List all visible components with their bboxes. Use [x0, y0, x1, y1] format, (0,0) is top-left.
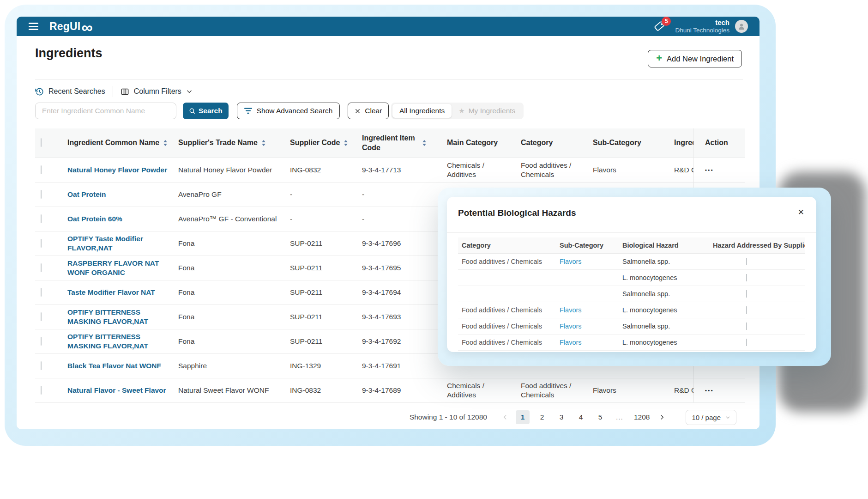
main-category-cell: Chemicals / Additives — [443, 161, 517, 179]
hazard-name-link[interactable]: Salmonella spp. — [622, 290, 670, 298]
row-checkbox[interactable] — [41, 165, 42, 174]
row-checkbox[interactable] — [41, 386, 42, 395]
hamburger-menu-icon[interactable] — [29, 23, 38, 30]
add-button-label: Add New Ingredient — [667, 55, 734, 63]
clear-button-label: Clear — [365, 107, 382, 115]
pagination-page-5[interactable]: 5 — [593, 410, 607, 424]
user-name: tech — [675, 18, 729, 26]
hazards-header-hazard: Biological Hazard — [619, 242, 709, 249]
history-icon — [35, 87, 44, 96]
header-truncated-column: Ingred — [670, 138, 693, 148]
hazard-sub-category-link[interactable]: Flavors — [556, 339, 619, 346]
pagination-page-4[interactable]: 4 — [574, 410, 588, 424]
row-checkbox[interactable] — [41, 190, 42, 199]
pagination-ellipsis[interactable]: ... — [613, 410, 627, 424]
supplier-code-cell: - — [286, 190, 358, 199]
ingredient-name-link[interactable]: RASPBERRY FLAVOR NAT WONF ORGANIC — [64, 259, 175, 277]
column-filters-label: Column Filters — [134, 87, 181, 96]
supplier-code-cell: SUP-0211 — [286, 239, 358, 248]
chevron-down-icon — [725, 415, 730, 420]
ingredient-name-link[interactable]: OPTIFY BITTERNESS MASKING FLAVOR,NAT — [64, 308, 175, 326]
trade-name-cell: Sapphire — [175, 361, 286, 371]
search-row: Search Show Advanced Search Clear — [35, 103, 389, 119]
sort-carets-icon — [163, 140, 167, 146]
hazard-sub-category-link[interactable]: Flavors — [556, 323, 619, 330]
hazard-name-link[interactable]: L. monocytogenes — [622, 339, 677, 346]
trade-name-cell: Fona — [175, 312, 286, 322]
segment-my-ingredients[interactable]: ★ My Ingredients — [452, 104, 522, 118]
pagination-next-button[interactable] — [657, 410, 667, 424]
row-actions-button[interactable]: ••• — [705, 167, 714, 173]
modal-title: Potential Biological Hazards — [458, 208, 576, 218]
page-size-select[interactable]: 10 / page — [686, 410, 736, 425]
row-checkbox[interactable] — [41, 239, 42, 248]
column-filters-button[interactable]: Column Filters — [121, 87, 193, 96]
segment-all-ingredients[interactable]: All Ingredients — [392, 104, 452, 118]
ingredient-name-link[interactable]: Oat Protein 60% — [64, 214, 175, 224]
row-checkbox[interactable] — [41, 263, 42, 272]
hazard-sub-category-link[interactable]: Flavors — [556, 258, 619, 265]
notifications-button[interactable]: 5 — [654, 20, 666, 32]
category-cell: Food additives / Chemicals — [517, 161, 589, 179]
recent-searches-label: Recent Searches — [48, 87, 105, 96]
clear-button[interactable]: Clear — [348, 103, 389, 119]
header-ingredient-common-name[interactable]: Ingredient Common Name — [67, 138, 171, 148]
row-checkbox[interactable] — [41, 288, 42, 297]
trade-name-cell: AvenaPro™ GF - Conventional — [175, 214, 286, 224]
advanced-search-label: Show Advanced Search — [257, 107, 333, 115]
item-code-cell: 9-3-4-17689 — [358, 386, 443, 395]
ingredients-segmented-control: All Ingredients ★ My Ingredients — [391, 103, 524, 119]
row-checkbox[interactable] — [41, 361, 42, 370]
ingredient-name-link[interactable]: OPTIFY BITTERNESS MASKING FLAVOR,NAT — [64, 332, 175, 351]
recent-searches-button[interactable]: Recent Searches — [35, 87, 105, 96]
table-row: Natural Honey Flavor Powder Natural Hone… — [35, 158, 745, 183]
search-button[interactable]: Search — [183, 103, 229, 119]
notification-badge: 5 — [662, 17, 671, 26]
pagination-page-3[interactable]: 3 — [555, 410, 568, 424]
hazard-name-link[interactable]: Salmonella spp. — [622, 258, 670, 265]
sort-carets-icon — [422, 140, 426, 146]
hazard-sub-category-link[interactable]: Flavors — [556, 306, 619, 314]
ingredient-name-link[interactable]: Natural Flavor - Sweet Flavor — [64, 386, 175, 395]
search-input[interactable] — [35, 103, 176, 119]
modal-close-button[interactable]: ✕ — [798, 207, 804, 217]
pagination-page-last[interactable]: 1208 — [632, 410, 651, 424]
ingredient-name-link[interactable]: OPTIFY Taste Modifier FLAVOR,NAT — [64, 234, 175, 253]
row-actions-button[interactable]: ••• — [705, 387, 714, 394]
hazard-addressed-checkbox[interactable] — [746, 258, 747, 265]
hazard-row: Salmonella spp. — [458, 286, 805, 302]
supplier-code-cell: SUP-0211 — [286, 288, 358, 297]
header-supplier-trade-name[interactable]: Supplier's Trade Name — [178, 138, 283, 148]
pagination-page-2[interactable]: 2 — [535, 410, 549, 424]
pagination-prev-button[interactable] — [500, 410, 510, 424]
trade-name-cell: Fona — [175, 288, 286, 297]
row-checkbox[interactable] — [41, 312, 42, 321]
avatar[interactable] — [735, 20, 748, 33]
ingredient-name-link[interactable]: Natural Honey Flavor Powder — [64, 165, 175, 175]
row-checkbox[interactable] — [41, 214, 42, 223]
hazard-name-link[interactable]: L. monocytogenes — [622, 306, 677, 314]
segment-all-label: All Ingredients — [399, 107, 445, 115]
toolbar: Recent Searches Column Filters — [35, 85, 193, 98]
hazard-addressed-checkbox[interactable] — [746, 306, 747, 314]
hazard-addressed-checkbox[interactable] — [746, 274, 747, 281]
hazard-name-link[interactable]: Salmonella spp. — [622, 323, 670, 330]
header-main-category: Main Category — [443, 138, 517, 148]
pagination-page-1[interactable]: 1 — [516, 410, 530, 424]
add-new-ingredient-button[interactable]: + Add New Ingredient — [648, 50, 742, 67]
hazard-addressed-checkbox[interactable] — [746, 323, 747, 330]
show-advanced-search-button[interactable]: Show Advanced Search — [237, 103, 340, 119]
header-ingredient-item-code[interactable]: Ingredient Item Code — [362, 134, 440, 153]
sort-carets-icon — [262, 140, 265, 146]
hazard-addressed-checkbox[interactable] — [746, 290, 747, 298]
item-code-cell: 9-3-4-17692 — [358, 337, 443, 346]
row-checkbox[interactable] — [41, 337, 42, 346]
ingredient-name-link[interactable]: Oat Protein — [64, 190, 175, 199]
select-all-checkbox[interactable] — [41, 138, 42, 147]
hazard-category-cell: Food additives / Chemicals — [458, 339, 556, 346]
header-supplier-code[interactable]: Supplier Code — [290, 138, 355, 148]
ingredient-name-link[interactable]: Black Tea Flavor Nat WONF — [64, 361, 175, 371]
hazard-name-link[interactable]: L. monocytogenes — [622, 274, 677, 281]
hazard-addressed-checkbox[interactable] — [746, 339, 747, 346]
ingredient-name-link[interactable]: Taste Modifier Flavor NAT — [64, 288, 175, 297]
